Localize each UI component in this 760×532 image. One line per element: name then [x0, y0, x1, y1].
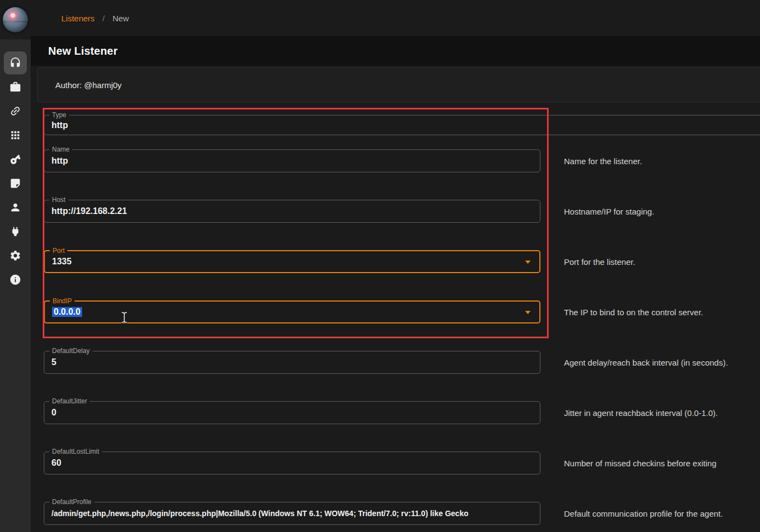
- defaultlostlimit-value: 60: [51, 458, 61, 468]
- page-title-band: New Listener: [31, 36, 760, 66]
- app-logo[interactable]: [0, 0, 31, 39]
- sidebar-nav: [0, 51, 31, 291]
- dropdown-caret-icon[interactable]: [525, 311, 531, 314]
- bindip-label: BindIP: [50, 297, 74, 305]
- field-row-defaultdelay: DefaultDelay5Agent delay/reach back inte…: [44, 351, 540, 374]
- port-description: Port for the listener.: [564, 257, 635, 267]
- listener-form: TypehttpNamehttpName for the listener.Ho…: [44, 115, 760, 525]
- person-icon: [9, 201, 21, 213]
- defaultdelay-field[interactable]: DefaultDelay5: [44, 351, 540, 374]
- plug-icon: [9, 225, 21, 238]
- main-panel: Listeners / New New Listener Author: @ha…: [31, 0, 760, 532]
- author-card: Author: @harmj0y: [37, 67, 760, 102]
- bindip-field[interactable]: BindIP0.0.0.0: [44, 300, 540, 323]
- dropdown-caret-icon[interactable]: [525, 261, 531, 264]
- content: Author: @harmj0y TypehttpNamehttpName fo…: [31, 67, 760, 525]
- field-row-host: Hosthttp://192.168.2.21Hostname/IP for s…: [44, 200, 540, 223]
- defaultlostlimit-description: Number of missed checkins before exiting: [564, 459, 716, 468]
- breadcrumb-listeners[interactable]: Listeners: [61, 14, 95, 23]
- breadcrumb: Listeners / New: [61, 14, 129, 23]
- defaultjitter-field[interactable]: DefaultJitter0: [44, 401, 540, 424]
- author-text: Author: @harmj0y: [55, 80, 122, 90]
- selected-text: 0.0.0.0: [52, 307, 82, 317]
- gear-icon: [9, 250, 21, 262]
- sidebar-item-5[interactable]: [4, 148, 27, 171]
- defaultjitter-label: DefaultJitter: [49, 397, 90, 406]
- sidebar-item-7[interactable]: [4, 196, 27, 219]
- host-field[interactable]: Hosthttp://192.168.2.21: [44, 200, 540, 223]
- defaultlostlimit-label: DefaultLostLimit: [49, 448, 102, 456]
- grid-icon: [9, 129, 21, 141]
- port-field[interactable]: Port1335: [44, 250, 540, 273]
- name-label: Name: [49, 146, 72, 154]
- defaultprofile-field[interactable]: DefaultProfile/admin/get.php,/news.php,/…: [44, 502, 540, 525]
- type-label: Type: [49, 111, 69, 119]
- bindip-description: The IP to bind to on the control server.: [564, 308, 703, 317]
- sidebar-item-9[interactable]: [4, 244, 27, 267]
- field-row-bindip: BindIP0.0.0.0The IP to bind to on the co…: [44, 300, 540, 323]
- field-row-defaultjitter: DefaultJitter0Jitter in agent reachback …: [44, 401, 540, 424]
- sidebar-item-4[interactable]: [4, 124, 27, 147]
- sidebar-item-2[interactable]: [4, 76, 27, 99]
- defaultdelay-label: DefaultDelay: [49, 347, 93, 355]
- name-value: http: [51, 156, 68, 166]
- name-field[interactable]: Namehttp: [44, 149, 540, 172]
- defaultdelay-value: 5: [51, 357, 56, 367]
- sidebar-item-1[interactable]: [4, 51, 27, 74]
- sidebar-item-10[interactable]: [4, 268, 27, 291]
- topbar: Listeners / New: [31, 0, 760, 36]
- host-label: Host: [49, 196, 68, 204]
- field-row-port: Port1335Port for the listener.: [44, 250, 540, 273]
- field-row-type: Typehttp: [44, 115, 540, 135]
- key-icon: [7, 151, 24, 167]
- field-row-name: NamehttpName for the listener.: [44, 149, 540, 172]
- defaultlostlimit-field[interactable]: DefaultLostLimit60: [44, 452, 540, 475]
- defaultjitter-value: 0: [51, 408, 56, 418]
- port-value: 1335: [52, 257, 72, 267]
- sidebar: [0, 0, 31, 532]
- breadcrumb-new: New: [112, 14, 129, 23]
- name-description: Name for the listener.: [564, 157, 642, 166]
- bindip-value: 0.0.0.0: [52, 307, 82, 317]
- briefcase-icon: [9, 81, 21, 93]
- link-icon: [7, 102, 24, 119]
- sidebar-item-3[interactable]: [4, 100, 27, 123]
- host-description: Hostname/IP for staging.: [564, 207, 654, 216]
- note-icon: [9, 177, 21, 189]
- deathstar-logo-icon: [3, 7, 28, 32]
- field-row-defaultprofile: DefaultProfile/admin/get.php,/news.php,/…: [44, 502, 540, 525]
- page-title: New Listener: [48, 45, 118, 57]
- sidebar-item-6[interactable]: [4, 172, 27, 195]
- defaultjitter-description: Jitter in agent reachback interval (0.0-…: [564, 408, 718, 418]
- breadcrumb-separator: /: [102, 14, 105, 23]
- type-value: http: [51, 120, 68, 130]
- defaultprofile-label: DefaultProfile: [49, 498, 94, 506]
- field-row-defaultlostlimit: DefaultLostLimit60Number of missed check…: [44, 452, 540, 475]
- defaultprofile-description: Default communication profile for the ag…: [564, 509, 723, 518]
- info-icon: [9, 274, 21, 286]
- defaultprofile-value: /admin/get.php,/news.php,/login/process.…: [51, 509, 468, 518]
- sidebar-item-8[interactable]: [4, 220, 27, 243]
- host-value: http://192.168.2.21: [51, 206, 127, 216]
- defaultdelay-description: Agent delay/reach back interval (in seco…: [564, 358, 728, 367]
- type-field[interactable]: Typehttp: [44, 115, 760, 135]
- headphones-icon: [9, 57, 21, 69]
- port-label: Port: [50, 247, 67, 255]
